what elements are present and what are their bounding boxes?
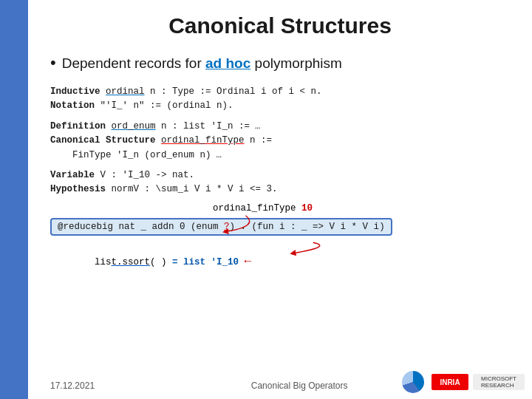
fin-10: 10 xyxy=(301,203,313,214)
code-line-3: Definition ord_enum n : list 'I_n := … xyxy=(50,120,510,134)
bullet-dot: • xyxy=(50,55,56,71)
bullet-item: • Dependent records for ad hoc polymorph… xyxy=(50,55,510,72)
ordinal-fin-label: ordinal_finType 10 xyxy=(213,203,313,214)
slide-title: Canonical Structures xyxy=(50,13,510,38)
code-line-6: Variable V : 'I_10 -> nat. xyxy=(50,168,510,183)
logo-area: INRIA MICROSOFTRESEARCH xyxy=(402,371,525,393)
inria-circle-logo xyxy=(402,371,424,393)
code-block-2: Definition ord_enum n : list 'I_n := … C… xyxy=(50,120,510,163)
code-line-2: Notation "'I_' n" := (ordinal n). xyxy=(50,99,510,113)
kw-canonical: Canonical Structure xyxy=(50,135,156,146)
ad-hoc-text: ad hoc xyxy=(205,55,250,71)
code-line-7: Hypothesis normV : \sum_i V i * V i <= 3… xyxy=(50,183,510,197)
list-ssort-func: lis xyxy=(95,257,112,267)
kw-hypothesis: Hypothesis xyxy=(50,184,106,194)
bullet-text-after: polymorphism xyxy=(250,55,342,71)
list-ssort-line: list.ssort( ) = list 'I_10 ← xyxy=(95,255,251,268)
ord-enum-underline: ord_enum xyxy=(112,121,156,132)
annotation-area: ordinal_finType 10 @reducebig nat _ addn… xyxy=(50,203,510,270)
code-block-3: Variable V : 'I_10 -> nat. Hypothesis no… xyxy=(50,168,510,197)
content-area: Canonical Structures • Dependent records… xyxy=(28,0,532,399)
reduce-underscore: _ xyxy=(301,222,307,232)
code-line-4: Canonical Structure ordinal_finType n := xyxy=(50,134,510,148)
blue-bar xyxy=(0,0,28,399)
kw-variable: Variable xyxy=(50,170,95,180)
kw-definition: Definition xyxy=(50,121,106,132)
kw-inductive: Inductive xyxy=(50,86,100,97)
list-ssort-paren: ( ) xyxy=(150,257,172,267)
reduce-text-3: => V i * V i) xyxy=(307,222,385,232)
kw-notation: Notation xyxy=(50,100,95,111)
slide: Canonical Structures • Dependent records… xyxy=(0,0,532,399)
bullet-text: Dependent records for ad hoc polymorphis… xyxy=(62,55,342,72)
reduce-text-2: ) . (fun i : xyxy=(230,222,302,232)
microsoft-research-logo: MICROSOFTRESEARCH xyxy=(473,374,525,390)
left-arrow: ← xyxy=(245,255,252,268)
reduce-box: @reducebig nat _ addn 0 (enum ?) . (fun … xyxy=(50,218,392,236)
footer-date: 17.12.2021 xyxy=(50,381,95,391)
inria-logo: INRIA xyxy=(432,374,468,390)
bullet-text-before: Dependent records for xyxy=(62,55,205,71)
footer-title: Canonical Big Operators xyxy=(251,381,348,391)
ordinal-fintype-underline: ordinal_finType xyxy=(161,135,245,146)
code-line-5: FinType 'I_n (ord_enum n) … xyxy=(50,149,510,163)
ordinal-underline: ordinal xyxy=(106,86,145,97)
enum-arg: ? xyxy=(224,222,230,232)
code-line-1: Inductive ordinal n : Type := Ordinal i … xyxy=(50,85,510,99)
list-ssort-underline: t.ssort xyxy=(112,257,151,267)
ordinal-fin-text: ordinal_finType xyxy=(213,203,301,214)
reduce-text-1: @reducebig nat _ addn 0 (enum xyxy=(58,222,224,232)
list-ssort-eq: = list 'I_10 xyxy=(172,257,239,267)
code-block-1: Inductive ordinal n : Type := Ordinal i … xyxy=(50,85,510,114)
